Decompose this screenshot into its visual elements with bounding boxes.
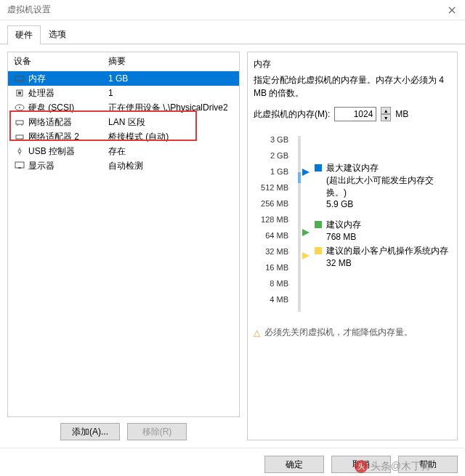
titlebar: 虚拟机设置 — [0, 0, 465, 20]
svg-rect-18 — [15, 162, 24, 168]
marker-rec-icon — [302, 229, 310, 236]
tab-options[interactable]: 选项 — [41, 25, 74, 44]
device-name: 硬盘 (SCSI) — [28, 102, 108, 114]
cancel-button[interactable]: 取消 — [331, 456, 391, 473]
remove-button[interactable]: 移除(R) — [127, 423, 187, 440]
legend-max-note: (超出此大小可能发生内存交换。) — [326, 174, 451, 199]
legend-rec: 建议内存 — [326, 219, 361, 231]
disk-icon — [14, 102, 25, 113]
device-list: 设备 摘要 内存1 GB处理器1硬盘 (SCSI)正在使用设备 \.\Physi… — [7, 52, 240, 417]
net-icon — [14, 117, 25, 127]
svg-rect-6 — [18, 92, 21, 94]
svg-point-15 — [18, 150, 21, 153]
device-row[interactable]: USB 控制器存在 — [8, 144, 239, 158]
device-row[interactable]: 内存1 GB — [8, 71, 239, 86]
add-button[interactable]: 添加(A)... — [60, 423, 120, 440]
legend-max-val: 5.9 GB — [326, 198, 451, 211]
device-name: 内存 — [28, 73, 108, 85]
svg-rect-9 — [16, 121, 23, 124]
close-icon[interactable] — [445, 3, 459, 17]
memory-slider[interactable] — [288, 132, 310, 312]
mem-tick-label: 128 MB — [261, 211, 288, 227]
svg-rect-12 — [16, 135, 23, 139]
device-name: 网络适配器 2 — [28, 131, 108, 143]
tab-bar: 硬件 选项 — [0, 20, 465, 44]
dialog-footer: 确定 取消 帮助 头 头条@木丁师 — [0, 448, 465, 476]
mem-tick-label: 512 MB — [261, 179, 288, 195]
legend-min: 建议的最小客户机操作系统内存 — [326, 245, 448, 257]
square-blue-icon — [315, 164, 322, 172]
square-green-icon — [315, 221, 322, 228]
legend-max: 最大建议内存 — [326, 162, 451, 174]
mem-tick-label: 64 MB — [265, 227, 288, 243]
device-name: USB 控制器 — [28, 145, 108, 158]
device-name: 网络适配器 — [28, 116, 108, 129]
legend-min-val: 32 MB — [326, 257, 448, 270]
device-name: 显示器 — [28, 160, 108, 172]
memory-spinner[interactable]: ▲ ▼ — [381, 107, 391, 121]
usb-icon — [14, 146, 25, 156]
spin-down-icon[interactable]: ▼ — [381, 114, 391, 121]
marker-max-icon — [302, 169, 310, 176]
spin-up-icon[interactable]: ▲ — [381, 107, 391, 114]
display-icon — [14, 161, 25, 171]
help-button[interactable]: 帮助 — [398, 456, 458, 473]
col-device: 设备 — [14, 55, 108, 68]
device-summary: 自动检测 — [108, 160, 233, 172]
cpu-icon — [14, 88, 25, 98]
ok-button[interactable]: 确定 — [264, 456, 324, 473]
window-title: 虚拟机设置 — [7, 4, 51, 16]
mem-field-label: 此虚拟机的内存(M): — [254, 108, 330, 121]
tab-hardware[interactable]: 硬件 — [7, 25, 41, 44]
net-icon — [14, 132, 25, 142]
mem-tick-label: 4 MB — [270, 291, 288, 307]
warning-text: 必须先关闭虚拟机，才能降低内存量。 — [264, 326, 413, 339]
memory-scale: 3 GB2 GB1 GB512 MB256 MB128 MB64 MB32 MB… — [254, 132, 288, 312]
mem-tick-label: 1 GB — [270, 164, 288, 179]
device-row[interactable]: 网络适配器LAN 区段 — [8, 115, 239, 129]
device-row[interactable]: 网络适配器 2桥接模式 (自动) — [8, 129, 239, 144]
square-yellow-icon — [315, 247, 322, 254]
mem-tick-label: 2 GB — [270, 148, 288, 164]
device-summary: 1 GB — [108, 73, 233, 84]
mem-tick-label: 16 MB — [265, 259, 288, 275]
device-summary: LAN 区段 — [108, 116, 233, 129]
memory-input[interactable] — [334, 107, 376, 121]
warning-icon: △ — [254, 328, 260, 338]
warning-row: △ 必须先关闭虚拟机，才能降低内存量。 — [254, 326, 451, 339]
panel-desc: 指定分配给此虚拟机的内存量。内存大小必须为 4 MB 的倍数。 — [254, 73, 451, 100]
device-summary: 桥接模式 (自动) — [108, 131, 233, 143]
device-summary: 存在 — [108, 145, 233, 158]
marker-min-icon — [302, 252, 310, 259]
svg-point-8 — [19, 107, 20, 108]
legend-rec-val: 768 MB — [326, 231, 361, 243]
mem-tick-label: 256 MB — [261, 195, 288, 211]
mem-tick-label: 8 MB — [270, 275, 288, 291]
mem-tick-label: 3 GB — [270, 132, 288, 148]
device-summary: 1 — [108, 88, 233, 98]
device-row[interactable]: 处理器1 — [8, 86, 239, 100]
device-row[interactable]: 显示器自动检测 — [8, 158, 239, 173]
mem-unit: MB — [395, 109, 408, 119]
svg-rect-0 — [15, 76, 24, 81]
memory-panel: 内存 指定分配给此虚拟机的内存量。内存大小必须为 4 MB 的倍数。 此虚拟机的… — [247, 52, 458, 440]
memory-icon — [14, 73, 25, 84]
panel-title: 内存 — [254, 58, 451, 70]
col-summary: 摘要 — [108, 55, 233, 68]
device-summary: 正在使用设备 \.\PhysicalDrive2 — [108, 102, 233, 114]
memory-legend: 最大建议内存 (超出此大小可能发生内存交换。) 5.9 GB 建议内存 768 … — [310, 132, 451, 312]
device-name: 处理器 — [28, 87, 108, 100]
mem-tick-label: 32 MB — [265, 243, 288, 259]
device-row[interactable]: 硬盘 (SCSI)正在使用设备 \.\PhysicalDrive2 — [8, 100, 239, 115]
device-list-header: 设备 摘要 — [8, 52, 239, 71]
